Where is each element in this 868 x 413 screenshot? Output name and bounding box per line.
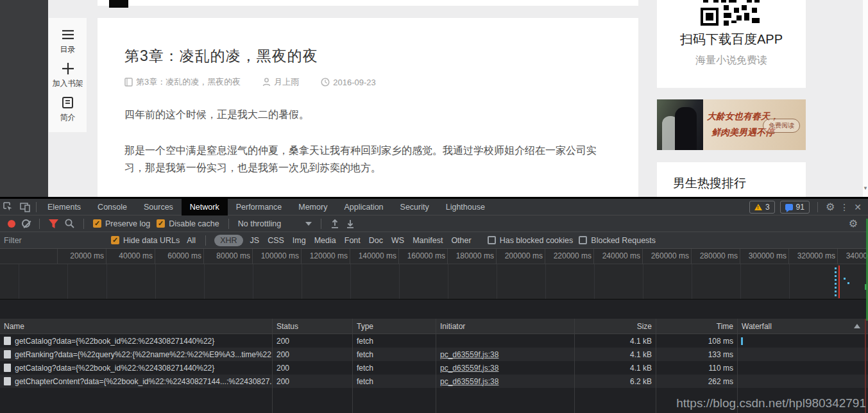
page-header-remnant (98, 0, 638, 6)
table-row[interactable]: getChapterContent?data={%22book_id%22:%2… (0, 375, 868, 388)
divider (205, 235, 206, 246)
request-name: getChapterContent?data={%22book_id%22:%2… (15, 377, 273, 386)
network-overview[interactable] (0, 264, 868, 299)
sidebar-item-label: 加入书架 (53, 78, 83, 89)
filter-type-manifest[interactable]: Manifest (411, 235, 444, 246)
blocked-requests-checkbox[interactable]: Blocked Requests (579, 236, 656, 245)
tab-network[interactable]: Network (182, 199, 228, 215)
clear-icon[interactable] (22, 219, 30, 228)
device-toolbar-icon[interactable] (17, 199, 33, 215)
initiator-link[interactable]: pc_d63559f.js:38 (440, 364, 498, 373)
ad-free-read-button[interactable]: 免费阅读 (763, 119, 800, 133)
request-type: fetch (353, 361, 436, 375)
has-blocked-cookies-checkbox[interactable]: Has blocked cookies (488, 236, 574, 245)
filter-type-css[interactable]: CSS (266, 235, 285, 246)
initiator-link[interactable]: pc_d63559f.js:38 (440, 377, 498, 386)
timeline-tick: 20000 ms (58, 249, 106, 264)
column-header-initiator[interactable]: Initiator (436, 319, 575, 333)
filter-funnel-icon[interactable] (49, 219, 58, 228)
column-header-name[interactable]: Name (0, 319, 273, 333)
file-icon (4, 337, 11, 345)
screen: 目录 加入书架 简介 第3章：凌乱的凌，黑夜的夜 第3章：凌乱的凌，黑夜的 (0, 0, 868, 413)
filter-type-js[interactable]: JS (249, 235, 261, 246)
network-settings-gear-icon[interactable]: ⚙ (849, 218, 858, 229)
request-time: 133 ms (656, 348, 738, 361)
book-icon (124, 78, 133, 87)
filter-input[interactable]: Filter (4, 236, 105, 245)
tab-security[interactable]: Security (392, 199, 438, 215)
overview-dot (844, 278, 846, 280)
file-icon (4, 350, 11, 358)
paragraph: 四年前的这个时候，正是我大二的暑假。 (124, 106, 602, 123)
page-scrollbar[interactable]: ▼ (863, 0, 868, 199)
scroll-down-arrow-icon[interactable]: ▼ (863, 185, 868, 191)
timeline-tick: 80000 ms (204, 249, 253, 264)
warning-icon (754, 204, 762, 210)
table-row[interactable]: getCatalog?data={%22book_id%22:%22430827… (0, 361, 868, 375)
chapter-content-card: 第3章：凌乱的凌，黑夜的夜 第3章：凌乱的凌，黑夜的夜 月上雨 2016-09-… (98, 18, 638, 199)
column-header-waterfall[interactable]: Waterfall (738, 319, 868, 333)
inspect-element-icon[interactable] (0, 199, 17, 215)
filter-type-xhr[interactable]: XHR (214, 235, 243, 246)
request-size: 4.1 kB (575, 361, 656, 375)
export-har-icon[interactable] (346, 219, 355, 228)
page-left-gutter (0, 0, 48, 199)
request-status: 200 (273, 375, 353, 388)
filter-type-doc[interactable]: Doc (368, 235, 384, 246)
person-icon (262, 78, 271, 87)
chapter-meta: 第3章：凌乱的凌，黑夜的夜 月上雨 2016-09-23 (124, 76, 638, 88)
column-header-size[interactable]: Size (575, 319, 656, 333)
tab-memory[interactable]: Memory (290, 199, 336, 215)
throttling-dropdown[interactable]: No throttling (238, 219, 312, 228)
filter-type-img[interactable]: Img (291, 235, 307, 246)
tab-application[interactable]: Application (336, 199, 391, 215)
meta-chapter: 第3章：凌乱的凌，黑夜的夜 (124, 76, 241, 88)
sidebar-item-intro[interactable]: 简介 (49, 96, 87, 123)
preserve-log-checkbox[interactable]: ✓ Preserve log (93, 219, 150, 228)
request-time: 108 ms (656, 334, 738, 348)
tab-sources[interactable]: Sources (135, 199, 182, 215)
sidebar-item-catalog[interactable]: 目录 (49, 28, 87, 55)
doc-icon (61, 96, 75, 109)
kebab-menu-icon[interactable]: ⋮ (840, 202, 849, 212)
tab-console[interactable]: Console (89, 199, 135, 215)
timeline-tick: 340000 ms (838, 249, 868, 264)
messages-badge[interactable]: 91 (780, 201, 810, 214)
initiator-link[interactable]: pc_d63559f.js:38 (440, 350, 498, 359)
ad-photo (657, 99, 703, 150)
import-har-icon[interactable] (330, 219, 339, 228)
reader-side-nav: 目录 加入书架 简介 (49, 18, 87, 132)
timeline-tick: 280000 ms (692, 249, 740, 264)
sidebar-item-add-shelf[interactable]: 加入书架 (49, 62, 87, 89)
warnings-badge[interactable]: 3 (749, 201, 775, 214)
hide-data-urls-checkbox[interactable]: ✓ Hide data URLs (111, 236, 180, 245)
filter-type-all[interactable]: All (185, 235, 197, 246)
tab-elements[interactable]: Elements (39, 199, 89, 215)
tab-performance[interactable]: Performance (228, 199, 291, 215)
column-header-status[interactable]: Status (273, 319, 353, 333)
tab-lighthouse[interactable]: Lighthouse (438, 199, 493, 215)
request-type: fetch (353, 334, 436, 348)
request-name: getRanking?data={%22query%22:{%22name%22… (15, 350, 273, 359)
record-button[interactable] (8, 220, 15, 228)
plus-icon (61, 62, 75, 75)
timeline-tick: 40000 ms (106, 249, 155, 264)
watermark: https://blog.csdn.net/hpl980342791 (676, 396, 866, 410)
filter-type-font[interactable]: Font (343, 235, 362, 246)
settings-gear-icon[interactable]: ⚙ (826, 202, 835, 212)
close-icon[interactable]: ✕ (854, 202, 862, 212)
disable-cache-checkbox[interactable]: ✓ Disable cache (157, 219, 219, 228)
message-bubble-icon (785, 204, 793, 210)
filter-type-ws[interactable]: WS (390, 235, 405, 246)
request-status: 200 (273, 334, 353, 348)
filter-type-other[interactable]: Other (450, 235, 472, 246)
ad-banner[interactable]: 大龄女也有春天， 鲜肉美男遇不停 免费阅读 (657, 99, 806, 150)
table-row[interactable]: getRanking?data={%22query%22:{%22name%22… (0, 348, 868, 361)
search-icon[interactable] (65, 219, 74, 228)
divider (36, 202, 37, 212)
table-row[interactable]: getCatalog?data={%22book_id%22:%22430827… (0, 334, 868, 348)
column-header-type[interactable]: Type (353, 319, 436, 333)
ranking-card: 男生热搜排行 (657, 162, 806, 199)
column-header-time[interactable]: Time (656, 319, 738, 333)
filter-type-media[interactable]: Media (313, 235, 337, 246)
